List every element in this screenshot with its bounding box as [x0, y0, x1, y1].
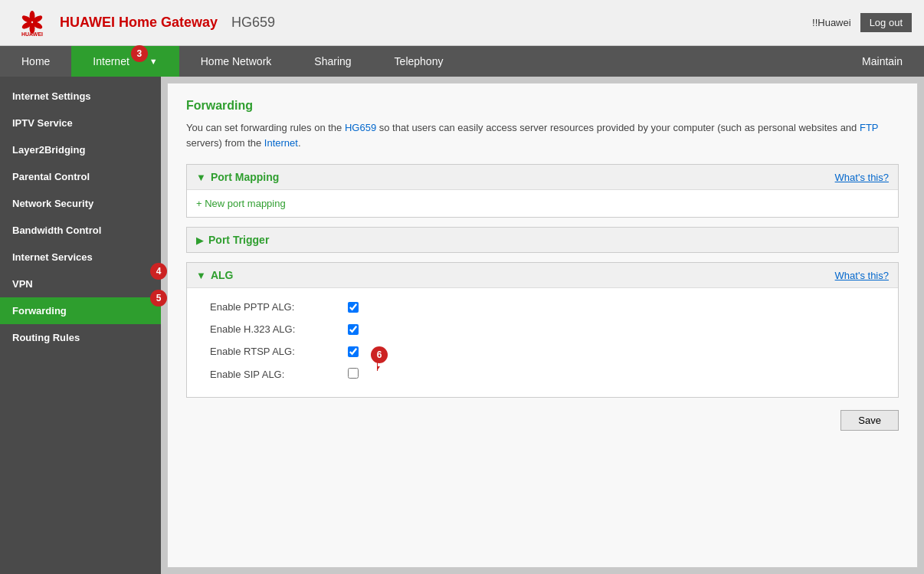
alg-sip-row: Enable SIP ALG: 6 — [210, 362, 886, 386]
nav-internet[interactable]: Internet 3 ▼ — [71, 46, 179, 77]
model-number: HG659 — [231, 15, 275, 31]
header-right: !!Huawei Log out — [812, 13, 912, 32]
port-trigger-section: ▶ Port Trigger — [186, 227, 899, 253]
sidebar-item-parental-control[interactable]: Parental Control — [0, 163, 161, 190]
alg-h323-checkbox[interactable] — [348, 324, 359, 335]
port-trigger-label: Port Trigger — [208, 234, 269, 246]
sidebar-item-layer2-bridging[interactable]: Layer2Bridging — [0, 136, 161, 163]
step-4-badge: 4 — [150, 263, 167, 280]
desc-part3: servers) from the — [186, 137, 264, 149]
desc-part2: so that users can easily access server r… — [376, 122, 860, 133]
port-mapping-header[interactable]: ▼ Port Mapping What's this? — [187, 165, 898, 189]
alg-h323-row: Enable H.323 ALG: — [210, 318, 886, 340]
port-trigger-arrow-icon: ▶ — [196, 235, 204, 246]
nav-home[interactable]: Home — [0, 46, 71, 77]
vpn-label: VPN — [12, 278, 33, 290]
page-header: HUAWEI HUAWEI Home Gateway HG659 !!Huawe… — [0, 0, 924, 46]
sidebar-item-routing-rules[interactable]: Routing Rules — [0, 324, 161, 351]
port-trigger-header[interactable]: ▶ Port Trigger — [187, 228, 898, 252]
main-content: Internet Settings IPTV Service Layer2Bri… — [0, 77, 924, 574]
alg-sip-checkbox[interactable] — [348, 368, 359, 379]
desc-part1: You can set forwarding rules on the — [186, 122, 345, 133]
alg-sip-label: Enable SIP ALG: — [210, 369, 333, 380]
alg-header[interactable]: ▼ ALG What's this? — [187, 263, 898, 287]
alg-h323-label: Enable H.323 ALG: — [210, 323, 333, 335]
huawei-logo-icon: HUAWEI — [12, 7, 52, 39]
desc-ftp-link[interactable]: FTP — [860, 122, 878, 133]
nav-dropdown-arrow: ▼ — [149, 57, 158, 66]
alg-arrow-icon: ▼ — [196, 270, 206, 281]
sidebar-item-internet-settings[interactable]: Internet Settings — [0, 83, 161, 110]
step-6-arrow — [377, 357, 400, 372]
logo-area: HUAWEI HUAWEI Home Gateway HG659 — [12, 7, 275, 39]
forwarding-label: Forwarding — [12, 305, 67, 317]
port-mapping-body: + New port mapping — [187, 189, 898, 217]
alg-pptp-label: Enable PPTP ALG: — [210, 301, 333, 313]
new-port-mapping-button[interactable]: + New port mapping — [196, 198, 889, 209]
desc-part4: . — [298, 137, 301, 149]
page-section-title: Forwarding — [186, 99, 899, 113]
alg-label: ALG — [211, 269, 234, 281]
port-mapping-arrow-icon: ▼ — [196, 172, 206, 183]
section-description: You can set forwarding rules on the HG65… — [186, 120, 899, 150]
sidebar-item-iptv-service[interactable]: IPTV Service — [0, 110, 161, 136]
desc-hg-link[interactable]: HG659 — [345, 122, 376, 133]
step-5-badge: 5 — [150, 290, 167, 307]
alg-rtsp-label: Enable RTSP ALG: — [210, 346, 333, 357]
sidebar-item-internet-services[interactable]: Internet Services — [0, 244, 161, 271]
svg-text:HUAWEI: HUAWEI — [21, 31, 43, 37]
username-label: !!Huawei — [812, 17, 851, 28]
save-button[interactable]: Save — [840, 410, 899, 431]
step-3-badge: 3 — [131, 45, 148, 62]
port-mapping-label: Port Mapping — [211, 171, 279, 183]
sidebar-item-forwarding[interactable]: Forwarding 5 — [0, 297, 161, 324]
alg-section: ▼ ALG What's this? Enable PPTP ALG: Enab… — [186, 262, 899, 398]
sidebar-item-vpn[interactable]: VPN 4 — [0, 271, 161, 297]
nav-sharing[interactable]: Sharing — [293, 46, 372, 77]
alg-form-body: Enable PPTP ALG: Enable H.323 ALG: Enabl… — [187, 287, 898, 397]
nav-telephony[interactable]: Telephony — [373, 46, 465, 77]
alg-whats-this[interactable]: What's this? — [835, 270, 889, 281]
port-mapping-whats-this[interactable]: What's this? — [835, 172, 889, 183]
save-row: Save — [186, 410, 899, 431]
alg-rtsp-checkbox[interactable] — [348, 346, 359, 357]
sidebar-item-network-security[interactable]: Network Security — [0, 190, 161, 217]
nav-home-network[interactable]: Home Network — [179, 46, 293, 77]
sidebar-item-bandwidth-control[interactable]: Bandwidth Control — [0, 217, 161, 244]
alg-pptp-row: Enable PPTP ALG: — [210, 296, 886, 318]
content-area: Forwarding You can set forwarding rules … — [167, 83, 918, 568]
port-mapping-section: ▼ Port Mapping What's this? + New port m… — [186, 164, 899, 218]
main-nav: Home Internet 3 ▼ Home Network Sharing T… — [0, 46, 924, 77]
logout-button[interactable]: Log out — [860, 13, 912, 32]
alg-rtsp-row: Enable RTSP ALG: — [210, 340, 886, 362]
alg-pptp-checkbox[interactable] — [348, 302, 359, 313]
sidebar: Internet Settings IPTV Service Layer2Bri… — [0, 77, 161, 574]
nav-maintain[interactable]: Maintain — [840, 46, 924, 77]
nav-internet-label: Internet — [93, 55, 129, 67]
app-title: HUAWEI Home Gateway — [60, 15, 218, 31]
desc-internet-link[interactable]: Internet — [264, 137, 298, 149]
